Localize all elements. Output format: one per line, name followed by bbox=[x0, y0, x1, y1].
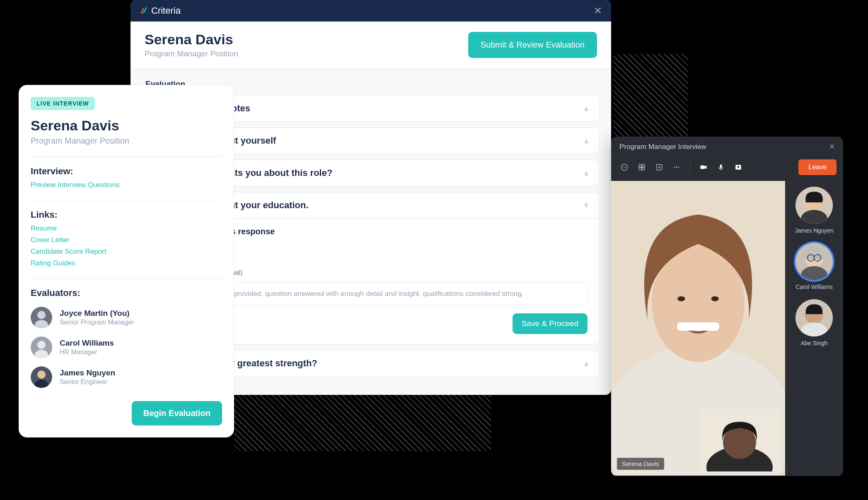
evaluator-name: Joyce Martin (You) bbox=[60, 309, 134, 318]
svg-rect-13 bbox=[642, 168, 645, 170]
participant-thumbnail[interactable] bbox=[795, 299, 833, 337]
chevron-up-icon: ▲ bbox=[583, 137, 590, 145]
save-proceed-button[interactable]: Save & Proceed bbox=[513, 313, 588, 334]
svg-rect-12 bbox=[639, 168, 641, 170]
avatar bbox=[31, 366, 52, 388]
svg-rect-18 bbox=[701, 166, 705, 169]
camera-icon[interactable] bbox=[697, 161, 710, 174]
svg-point-25 bbox=[711, 296, 719, 301]
participants-sidebar: James Nguyen Carol Williams Abe Singh bbox=[785, 181, 843, 476]
microphone-icon[interactable] bbox=[714, 161, 728, 174]
candidate-position: Program Manager Position bbox=[31, 136, 222, 146]
candidate-card: LIVE INTERVIEW Serena Davis Program Mana… bbox=[19, 85, 234, 438]
evaluator-row: Carol Williams HR Manager bbox=[31, 337, 222, 358]
participant-name: Carol Williams bbox=[795, 284, 832, 290]
add-icon[interactable] bbox=[653, 161, 666, 174]
evaluators-label: Evaluators: bbox=[31, 288, 222, 298]
video-body: Serena Davis James Nguyen Carol Williams bbox=[611, 181, 843, 476]
submit-evaluation-button[interactable]: Submit & Review Evaluation bbox=[468, 32, 597, 58]
panel-titlebar: Serena Davis Program Manager Position Su… bbox=[131, 22, 611, 69]
evaluator-name: James Nguyen bbox=[60, 368, 115, 377]
svg-point-16 bbox=[676, 166, 677, 168]
video-title: Program Manager Interview bbox=[619, 143, 706, 151]
video-toolbar: Leave bbox=[611, 157, 843, 181]
interview-label: Interview: bbox=[31, 166, 222, 177]
candidate-name: Serena Davis bbox=[31, 118, 222, 134]
evaluator-role: Senior Program Manager bbox=[60, 319, 134, 326]
begin-evaluation-button[interactable]: Begin Evaluation bbox=[132, 401, 222, 425]
evaluator-role: HR Manager bbox=[60, 349, 114, 356]
share-screen-icon[interactable] bbox=[732, 161, 745, 174]
score-report-link[interactable]: Candidate Score Report bbox=[31, 248, 222, 256]
svg-point-7 bbox=[37, 370, 46, 379]
toolbar-divider bbox=[690, 162, 690, 173]
evaluators-section: Evaluators: Joyce Martin (You) Senior Pr… bbox=[31, 278, 222, 388]
chat-icon[interactable] bbox=[618, 161, 631, 174]
participant-name: James Nguyen bbox=[795, 227, 833, 234]
svg-rect-26 bbox=[677, 322, 719, 331]
participant-name: Abe Singh bbox=[801, 340, 828, 346]
avatar bbox=[31, 337, 52, 358]
chevron-up-icon: ▲ bbox=[583, 104, 590, 113]
candidate-name: Serena Davis bbox=[145, 31, 238, 48]
links-section: Links: Resume Cover Letter Candidate Sco… bbox=[31, 200, 222, 267]
more-icon[interactable] bbox=[670, 161, 683, 174]
participant-thumbnail[interactable] bbox=[795, 187, 833, 224]
self-video bbox=[698, 409, 781, 471]
close-icon[interactable]: ✕ bbox=[829, 142, 835, 151]
grid-icon[interactable] bbox=[635, 161, 648, 174]
svg-point-24 bbox=[677, 296, 685, 301]
rating-guides-link[interactable]: Rating Guides bbox=[31, 259, 222, 267]
main-video: Serena Davis bbox=[611, 181, 785, 476]
evaluator-role: Senior Engineer bbox=[60, 378, 115, 386]
self-view[interactable] bbox=[698, 409, 781, 471]
live-interview-badge: LIVE INTERVIEW bbox=[31, 97, 95, 110]
interview-section: Interview: Preview Interview Questions bbox=[31, 156, 222, 189]
candidate-position: Program Manager Position bbox=[145, 49, 238, 58]
evaluator-row: James Nguyen Senior Engineer bbox=[31, 366, 222, 388]
decoration-hatch bbox=[234, 389, 491, 451]
svg-point-15 bbox=[674, 166, 675, 168]
close-icon[interactable]: ✕ bbox=[594, 5, 602, 17]
chevron-up-icon: ▲ bbox=[583, 169, 590, 178]
chevron-up-icon: ▲ bbox=[583, 359, 590, 368]
svg-point-4 bbox=[37, 341, 46, 349]
svg-rect-10 bbox=[639, 164, 641, 167]
brand-logo: Criteria bbox=[140, 5, 181, 16]
brand-text: Criteria bbox=[151, 5, 181, 16]
brand-icon bbox=[140, 6, 149, 15]
panel-header: Criteria ✕ bbox=[131, 0, 611, 22]
chevron-down-icon: ▼ bbox=[583, 201, 590, 210]
video-header: Program Manager Interview ✕ bbox=[611, 137, 843, 157]
leave-button[interactable]: Leave bbox=[798, 159, 837, 175]
svg-point-17 bbox=[678, 166, 679, 168]
svg-rect-11 bbox=[642, 164, 645, 167]
links-label: Links: bbox=[31, 209, 222, 220]
evaluator-name: Carol Williams bbox=[60, 339, 114, 348]
svg-rect-19 bbox=[720, 164, 722, 168]
resume-link[interactable]: Resume bbox=[31, 224, 222, 233]
svg-point-1 bbox=[37, 311, 46, 319]
evaluator-row: Joyce Martin (You) Senior Program Manage… bbox=[31, 307, 222, 328]
cover-letter-link[interactable]: Cover Letter bbox=[31, 236, 222, 244]
preview-questions-link[interactable]: Preview Interview Questions bbox=[31, 181, 222, 189]
participant-name-tag: Serena Davis bbox=[617, 458, 664, 470]
participant-thumbnail[interactable] bbox=[795, 243, 833, 280]
avatar bbox=[31, 307, 52, 328]
video-call-panel: Program Manager Interview ✕ Leave bbox=[611, 137, 843, 476]
